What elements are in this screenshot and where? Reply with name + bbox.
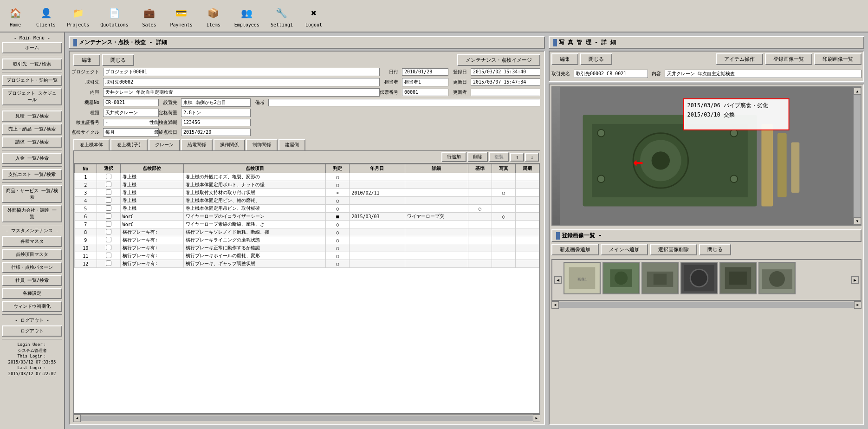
tab-operation[interactable]: 操作関係 bbox=[214, 139, 245, 150]
nav-clients[interactable]: 👤 Clients bbox=[34, 4, 58, 28]
add-row-btn[interactable]: 行追加 bbox=[441, 152, 466, 162]
nav-payments[interactable]: 💳 Payments bbox=[168, 4, 194, 28]
thumbnail-2[interactable] bbox=[602, 262, 640, 294]
sidebar-item-window-init[interactable]: ウィンドウ初期化 bbox=[2, 301, 62, 312]
thumb-horiz-scroll[interactable]: ◀ ▶ bbox=[551, 301, 862, 308]
cell-checkbox[interactable] bbox=[97, 197, 120, 205]
maintenance-image-btn[interactable]: メンテナンス・点検イメージ bbox=[457, 54, 540, 66]
duplicate-btn[interactable]: 複製 bbox=[489, 152, 509, 162]
scroll-right-btn[interactable]: ▶ bbox=[533, 415, 540, 422]
table-row[interactable]: 2 巻上機 巻上機本体固定用ボルト、ナットの緩 ○ bbox=[75, 181, 539, 189]
delete-btn[interactable]: 削除 bbox=[467, 152, 488, 162]
inspection-table[interactable]: No 選択 点検部位 点検項目 判定 年月日 詳細 基準 写真 周期 bbox=[73, 163, 540, 414]
scroll-up-btn[interactable]: ▲ bbox=[854, 87, 861, 95]
photo-edit-btn[interactable]: 編集 bbox=[551, 53, 578, 65]
sidebar-item-misc-settings[interactable]: 各種設定 bbox=[2, 288, 62, 299]
tab-crane[interactable]: クレーン bbox=[149, 139, 180, 150]
nav-employees[interactable]: 👥 Employees bbox=[233, 4, 261, 28]
add-image-btn[interactable]: 新規画像追加 bbox=[551, 244, 599, 255]
scroll-left-btn[interactable]: ◀ bbox=[73, 415, 81, 422]
close-thumbnails-btn[interactable]: 閉じる bbox=[699, 244, 731, 255]
tab-winding-main[interactable]: 巻上機本体 bbox=[73, 139, 110, 150]
cell-checkbox[interactable] bbox=[97, 260, 120, 268]
photo-action-btn-2[interactable]: 登録画像一覧 bbox=[765, 53, 812, 65]
move-down-btn[interactable]: ↓ bbox=[525, 153, 539, 162]
thumbnail-5[interactable] bbox=[719, 262, 757, 294]
thumbnail-6[interactable] bbox=[758, 262, 796, 294]
table-row[interactable]: 3 巻上機 巻上機取付支持材の取り付け状態 × 2010/02/11 ○ bbox=[75, 189, 539, 197]
photo-action-btn-3[interactable]: 印刷画像一覧 bbox=[814, 53, 862, 65]
horiz-scrollbar[interactable]: ◀ ▶ bbox=[73, 414, 540, 422]
cell-no: 12 bbox=[75, 260, 97, 268]
scroll-down-btn[interactable]: ▼ bbox=[854, 217, 861, 225]
sidebar-item-home[interactable]: ホーム bbox=[2, 42, 62, 53]
photo-action-btn-1[interactable]: アイテム操作 bbox=[716, 53, 763, 65]
thumb-scroll-left[interactable]: ◀ bbox=[554, 276, 562, 284]
cell-checkbox[interactable] bbox=[97, 189, 120, 197]
sidebar-item-all-master[interactable]: 各種マスタ bbox=[2, 236, 62, 247]
table-row[interactable]: 12 横行ブレーキ有: 横行ブレーキ、ギャップ調整状態 ○ bbox=[75, 260, 539, 268]
table-row[interactable]: 9 横行ブレーキ有: 横行ブレーキライニングの磨耗状態 ○ bbox=[75, 236, 539, 244]
cell-checkbox[interactable] bbox=[97, 252, 120, 260]
photo-close-btn[interactable]: 閉じる bbox=[580, 53, 612, 65]
thumb-scroll-right[interactable]: ▶ bbox=[851, 276, 859, 284]
scroll-track[interactable] bbox=[81, 416, 533, 421]
cell-checkbox[interactable] bbox=[97, 213, 120, 221]
nav-items[interactable]: 📦 Items bbox=[202, 4, 225, 28]
sidebar-item-payment-list[interactable]: 入金 一覧/検索 bbox=[2, 153, 62, 164]
sidebar-item-partner-list[interactable]: 外部協力会社・調達 一覧 bbox=[2, 205, 62, 222]
nav-home[interactable]: 🏠 Home bbox=[4, 4, 27, 28]
table-row[interactable]: 7 WorC ワイヤーロープ素線の断線、摩耗、き ○ bbox=[75, 221, 539, 228]
nav-logout[interactable]: ✖ Logout bbox=[302, 4, 325, 28]
sidebar-item-employee-list[interactable]: 社員 一覧/検索 bbox=[2, 275, 62, 286]
add-to-main-btn[interactable]: メインへ追加 bbox=[601, 244, 648, 255]
photo-scrollbar[interactable]: ▲ ▼ bbox=[853, 87, 861, 225]
thumbnail-4[interactable] bbox=[680, 262, 718, 294]
cell-checkbox[interactable] bbox=[97, 205, 120, 213]
table-row[interactable]: 4 巻上機 巻上機本体固定用ピン、軸の磨耗、 ○ bbox=[75, 197, 539, 205]
cell-checkbox[interactable] bbox=[97, 221, 120, 228]
move-up-btn[interactable]: ↑ bbox=[510, 153, 524, 162]
col-cycle: 周期 bbox=[515, 164, 539, 173]
sidebar-item-project-list[interactable]: プロジェクト・契約一覧 bbox=[2, 75, 62, 86]
sidebar-item-sales-list[interactable]: 売上・納品 一覧/検索 bbox=[2, 124, 62, 135]
cell-checkbox[interactable] bbox=[97, 181, 120, 189]
maintenance-edit-btn[interactable]: 編集 bbox=[73, 54, 100, 66]
sidebar-item-cost-list[interactable]: 支払コスト 一覧/検索 bbox=[2, 169, 62, 180]
thumbnail-1[interactable]: 画像1 bbox=[564, 262, 601, 294]
sidebar-item-spec-pattern[interactable]: 仕様・点検パターン bbox=[2, 262, 62, 273]
sidebar-item-estimate-list[interactable]: 見積 一覧/検索 bbox=[2, 110, 62, 122]
scroll-track-vert[interactable] bbox=[854, 95, 861, 217]
maintenance-close-btn[interactable]: 閉じる bbox=[102, 54, 134, 66]
cell-photo: ○ bbox=[492, 213, 515, 221]
delete-selected-btn[interactable]: 選択画像削除 bbox=[650, 244, 697, 255]
thumb-scroll-left-bar[interactable]: ◀ bbox=[551, 301, 559, 309]
sidebar-item-client-list[interactable]: 取引先 一覧/検索 bbox=[2, 58, 62, 70]
tab-power[interactable]: 給電関係 bbox=[181, 139, 213, 150]
sidebar-item-project-schedule[interactable]: プロジェクト スケジュール bbox=[2, 88, 62, 105]
tab-control[interactable]: 制御関係 bbox=[246, 139, 278, 150]
table-row[interactable]: 1 巻上機 巻上機の外観にキズ、亀裂、変形の ○ bbox=[75, 173, 539, 181]
table-row[interactable]: 8 横行ブレーキ有: 横行ブレーキソレノイド磨耗、断線、接 ○ bbox=[75, 228, 539, 236]
nav-sales[interactable]: 💼 Sales bbox=[138, 4, 161, 28]
cell-checkbox[interactable] bbox=[97, 236, 120, 244]
tab-building[interactable]: 建屋側 bbox=[279, 139, 305, 150]
sidebar-item-check-master[interactable]: 点検項目マスタ bbox=[2, 249, 62, 260]
nav-setting1[interactable]: 🔧 Setting1 bbox=[269, 4, 295, 28]
thumbnail-3[interactable] bbox=[641, 262, 679, 294]
sidebar-item-goods-list[interactable]: 商品・サービス 一覧/検索 bbox=[2, 185, 62, 203]
nav-projects[interactable]: 📁 Projects bbox=[65, 4, 91, 28]
nav-quotations[interactable]: 📄 Quotations bbox=[98, 4, 130, 28]
cell-checkbox[interactable] bbox=[97, 244, 120, 252]
cell-checkbox[interactable] bbox=[97, 173, 120, 181]
sidebar-item-logout[interactable]: ログアウト bbox=[2, 325, 62, 337]
table-row[interactable]: 10 横行ブレーキ有: 横行ブレーキ正常に動作するか確認 ○ bbox=[75, 244, 539, 252]
table-row[interactable]: 11 横行ブレーキ有: 横行ブレーキホイールの磨耗、変形 ○ bbox=[75, 252, 539, 260]
tab-winding-child[interactable]: 巻上機(子) bbox=[110, 139, 148, 150]
cell-checkbox[interactable] bbox=[97, 228, 120, 236]
thumb-scroll-right-bar[interactable]: ▶ bbox=[854, 301, 862, 309]
thumb-scroll-track[interactable] bbox=[559, 302, 854, 308]
table-row[interactable]: 6 WorC ワイヤーロープのイコライザーシーン ■ 2015/03/03 ワイ… bbox=[75, 213, 539, 221]
sidebar-item-invoice-list[interactable]: 請求 一覧/検索 bbox=[2, 136, 62, 148]
table-row[interactable]: 5 巻上機 巻上機本体固定用吊ピン、取付板確 ○ ○ bbox=[75, 205, 539, 213]
